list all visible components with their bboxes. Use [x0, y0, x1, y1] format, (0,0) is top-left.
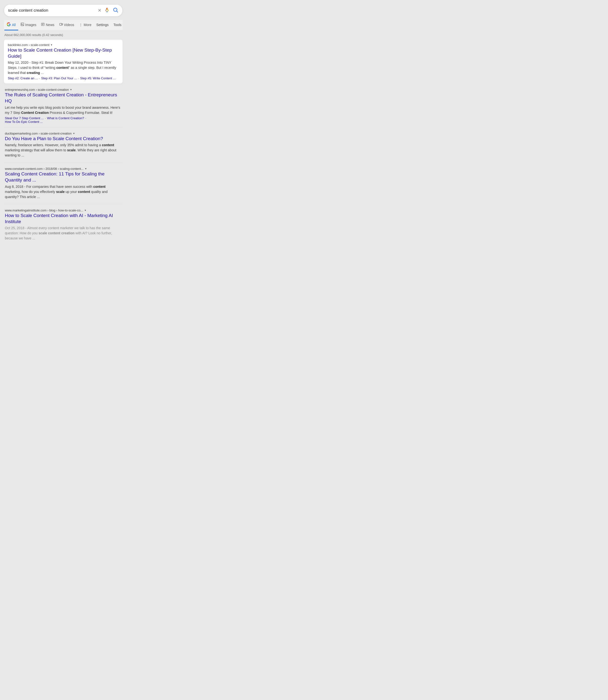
tab-more[interactable]: ⋮ More [77, 20, 94, 30]
divider-3 [4, 162, 122, 163]
result-5-snippet: Oct 25, 2018 - Almost every content mark… [5, 225, 121, 241]
result-4: www.constant-content.com › 2018/08 › sca… [4, 164, 122, 203]
clear-icon[interactable]: ✕ [98, 8, 101, 13]
result-5-title[interactable]: How to Scale Content Creation with AI - … [5, 213, 121, 225]
result-3-title[interactable]: Do You Have a Plan to Scale Content Crea… [5, 136, 121, 142]
result-5-dropdown-icon[interactable]: ▾ [84, 209, 86, 212]
tab-all[interactable]: All [4, 20, 18, 31]
result-1-link-1[interactable]: Step #2: Create an ... [8, 76, 38, 80]
search-submit-icon[interactable] [113, 7, 118, 14]
search-input[interactable] [8, 8, 98, 13]
result-1-link-3[interactable]: Step #5: Write Content ... [80, 76, 116, 80]
result-2-links: Steal Our 7 Step Content ... · What is C… [5, 116, 121, 124]
result-2-link-2[interactable]: What is Content Creation? [47, 116, 84, 120]
result-1-domain: backlinko.com › scale-content ▾ [8, 43, 119, 47]
search-nav: All Images News V [4, 20, 122, 31]
tab-settings[interactable]: Settings [94, 20, 111, 30]
tab-more-label: More [84, 23, 92, 27]
svg-rect-0 [106, 8, 108, 10]
tab-settings-label: Settings [96, 23, 109, 27]
tab-videos-label: Videos [64, 23, 74, 27]
result-2: entrepreneurshq.com › scale-content-crea… [4, 85, 122, 126]
tab-images[interactable]: Images [18, 20, 39, 30]
images-icon [21, 23, 24, 27]
divider-2 [4, 127, 122, 127]
result-3-snippet: Namely, freelance writers. However, only… [5, 143, 121, 158]
tab-news[interactable]: News [39, 20, 57, 30]
results-count: About 662,000,000 results (0.42 seconds) [4, 33, 122, 37]
result-3-dropdown-icon[interactable]: ▾ [73, 132, 75, 135]
nav-right: Settings Tools [94, 20, 124, 30]
result-2-link-1[interactable]: Steal Our 7 Step Content ... [5, 116, 44, 120]
videos-icon [59, 23, 63, 27]
mic-icon[interactable] [104, 7, 110, 14]
result-1-dropdown-icon[interactable]: ▾ [51, 43, 52, 47]
svg-line-4 [117, 11, 118, 13]
tab-all-label: All [12, 23, 16, 27]
result-3-domain: ducttapemarketing.com › scale-content-cr… [5, 132, 121, 135]
svg-rect-11 [60, 23, 62, 25]
result-5-domain: www.marketingaiinstitute.com › blog › ho… [5, 208, 121, 212]
tab-news-label: News [46, 23, 54, 27]
all-icon [7, 22, 11, 27]
result-1: backlinko.com › scale-content ▾ How to S… [4, 40, 122, 84]
result-2-snippet: Let me help you write epic blog posts to… [5, 105, 121, 115]
result-1-links: Step #2: Create an ... · Step #3: Plan O… [8, 76, 119, 80]
svg-rect-5 [21, 23, 24, 26]
result-2-dropdown-icon[interactable]: ▾ [70, 88, 72, 91]
more-dots-icon: ⋮ [79, 23, 82, 27]
result-4-title[interactable]: Scaling Content Creation: 11 Tips for Sc… [5, 171, 121, 183]
result-4-domain: www.constant-content.com › 2018/08 › sca… [5, 167, 121, 170]
svg-point-6 [21, 24, 22, 24]
result-2-link-3[interactable]: How To Do Epic Content ... [5, 120, 43, 124]
tab-tools-label: Tools [114, 23, 121, 27]
result-2-domain: entrepreneurshq.com › scale-content-crea… [5, 88, 121, 91]
result-1-snippet: May 12, 2020 - Step #1: Break Down Your … [8, 60, 119, 75]
tab-images-label: Images [25, 23, 37, 27]
result-4-dropdown-icon[interactable]: ▾ [85, 167, 87, 170]
result-4-snippet: Aug 8, 2018 - For companies that have se… [5, 184, 121, 200]
result-1-title[interactable]: How to Scale Content Creation [New Step-… [8, 47, 119, 59]
result-3: ducttapemarketing.com › scale-content-cr… [4, 128, 122, 162]
news-icon [41, 23, 44, 27]
tab-videos[interactable]: Videos [57, 20, 77, 30]
result-2-title[interactable]: The Rules of Scaling Content Creation - … [5, 92, 121, 104]
search-bar[interactable]: ✕ [4, 4, 122, 17]
result-1-link-2[interactable]: Step #3: Plan Out Your ... [41, 76, 77, 80]
tab-tools[interactable]: Tools [111, 20, 124, 30]
result-5: www.marketingaiinstitute.com › blog › ho… [4, 205, 122, 244]
